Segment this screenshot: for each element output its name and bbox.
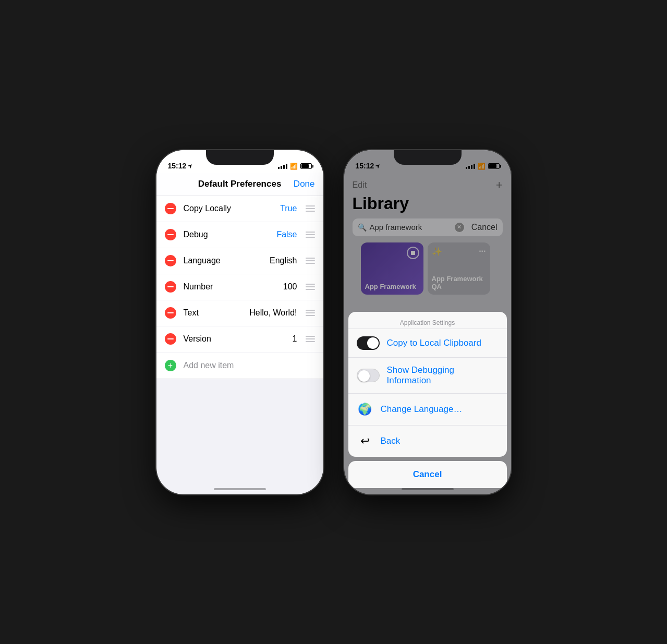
plus-icon-add[interactable] [165, 360, 176, 371]
globe-icon: 🌍 [357, 401, 373, 418]
location-arrow-icon [188, 163, 193, 168]
item-label-copy: Copy Locally [184, 204, 281, 213]
item-value-debug: False [276, 230, 297, 239]
minus-icon-copy[interactable] [165, 203, 176, 214]
action-sheet-title: Application Settings [348, 312, 507, 329]
minus-icon-text[interactable] [165, 307, 176, 319]
list-item-version[interactable]: Version 1 [156, 326, 323, 353]
toggle-copy-clipboard[interactable] [357, 336, 380, 350]
drag-handle-debug [306, 232, 315, 238]
notch-1 [206, 150, 274, 165]
signal-icon [278, 164, 287, 169]
item-label-language: Language [184, 256, 270, 265]
item-value-text: Hello, World! [249, 308, 297, 318]
action-label-copy-clipboard: Copy to Local Clipboard [387, 338, 481, 348]
action-item-back[interactable]: ↩ Back [348, 426, 507, 457]
item-label-number: Number [184, 282, 283, 291]
item-value-language: English [270, 256, 297, 265]
action-sheet: Application Settings Copy to Local Clipb… [348, 312, 507, 457]
list-item-copy-locally[interactable]: Copy Locally True [156, 196, 323, 222]
list-item-language[interactable]: Language English [156, 248, 323, 274]
action-sheet-container: Application Settings Copy to Local Clipb… [344, 312, 511, 494]
battery-icon [300, 163, 312, 169]
phone-1: 15:12 📶 Defa [156, 150, 323, 494]
item-value-version: 1 [293, 334, 297, 344]
minus-icon-language[interactable] [165, 255, 176, 266]
action-item-debug[interactable]: Show Debugging Information [348, 358, 507, 394]
action-cancel-text: Cancel [413, 469, 442, 480]
action-label-back: Back [381, 436, 401, 446]
wifi-icon: 📶 [290, 163, 298, 170]
home-indicator-1 [214, 488, 266, 490]
phone-2: 15:12 📶 [344, 150, 511, 494]
toggle-debug[interactable] [357, 369, 380, 382]
action-item-copy-clipboard[interactable]: Copy to Local Clipboard [348, 329, 507, 358]
status-icons-1: 📶 [278, 163, 312, 170]
minus-icon-debug[interactable] [165, 229, 176, 240]
list-item-number[interactable]: Number 100 [156, 274, 323, 300]
done-button[interactable]: Done [294, 179, 315, 189]
nav-title-1: Default Preferences [198, 179, 282, 189]
item-label-debug: Debug [184, 230, 277, 239]
action-item-language[interactable]: 🌍 Change Language… [348, 394, 507, 426]
item-label-version: Version [184, 334, 293, 344]
toggle-knob-debug [358, 370, 370, 382]
action-cancel-button[interactable]: Cancel [348, 461, 507, 488]
toggle-knob-copy [367, 337, 379, 349]
add-item-label: Add new item [184, 361, 315, 370]
preferences-list: Copy Locally True Debug False Language E… [156, 196, 323, 379]
back-icon: ↩ [357, 433, 373, 449]
notch-2 [394, 150, 462, 165]
list-item-debug[interactable]: Debug False [156, 222, 323, 248]
drag-handle-number [306, 284, 315, 290]
minus-icon-number[interactable] [165, 281, 176, 293]
item-value-number: 100 [283, 282, 297, 291]
minus-icon-version[interactable] [165, 333, 176, 345]
item-value-copy: True [280, 204, 297, 213]
drag-handle-language [306, 258, 315, 264]
screen-2: 15:12 📶 [344, 150, 511, 494]
action-label-debug: Show Debugging Information [387, 365, 499, 386]
nav-bar-1: Default Preferences Done [156, 173, 323, 196]
screen-1: 15:12 📶 Defa [156, 150, 323, 494]
drag-handle-text [306, 310, 315, 316]
status-time-1: 15:12 [168, 162, 193, 170]
list-item-add[interactable]: Add new item [156, 353, 323, 379]
item-label-text: Text [184, 308, 250, 318]
action-label-language: Change Language… [381, 404, 463, 415]
drag-handle-version [306, 336, 315, 342]
drag-handle-copy [306, 205, 315, 212]
list-item-text[interactable]: Text Hello, World! [156, 300, 323, 326]
